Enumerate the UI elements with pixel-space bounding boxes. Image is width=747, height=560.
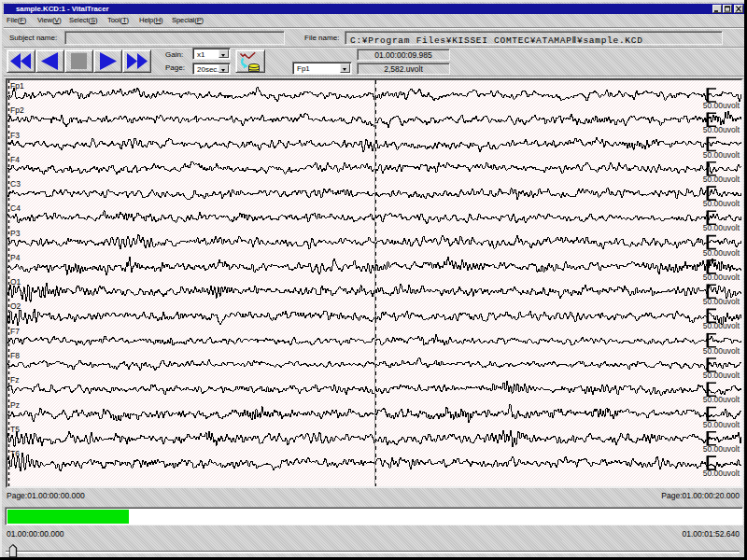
svg-text:50.00uvolt: 50.00uvolt: [703, 346, 740, 356]
svg-text:50.00uvolt: 50.00uvolt: [703, 175, 740, 184]
svg-text:50.00uvolt: 50.00uvolt: [703, 150, 740, 160]
svg-text:50.00uvolt: 50.00uvolt: [703, 273, 740, 282]
svg-text:50.00uvolt: 50.00uvolt: [703, 199, 740, 208]
svg-text:P4: P4: [10, 253, 21, 262]
svg-text:F8: F8: [10, 351, 20, 360]
svg-text:50.00uvolt: 50.00uvolt: [703, 125, 740, 134]
svg-text:50.00uvolt: 50.00uvolt: [703, 297, 740, 306]
svg-text:O2: O2: [10, 301, 21, 311]
svg-text:50.00uvolt: 50.00uvolt: [703, 420, 740, 429]
svg-text:F4: F4: [10, 155, 20, 164]
svg-text:50.00uvolt: 50.00uvolt: [703, 371, 740, 380]
svg-text:C3: C3: [10, 179, 21, 189]
svg-text:50.00uvolt: 50.00uvolt: [703, 444, 740, 454]
svg-text:F3: F3: [10, 131, 20, 140]
svg-text:C4: C4: [10, 203, 21, 213]
svg-text:F7: F7: [10, 327, 20, 336]
svg-text:Pz: Pz: [10, 400, 20, 410]
svg-text:T6: T6: [10, 449, 20, 458]
svg-text:O1: O1: [10, 277, 21, 287]
svg-text:50.00uvolt: 50.00uvolt: [703, 248, 740, 258]
svg-text:50.00uvolt: 50.00uvolt: [703, 223, 740, 232]
svg-text:Fp1: Fp1: [10, 81, 24, 91]
svg-text:Fp2: Fp2: [10, 105, 24, 115]
svg-text:50.00uvolt: 50.00uvolt: [703, 101, 740, 110]
svg-text:50.00uvolt: 50.00uvolt: [703, 321, 740, 330]
svg-text:50.00uvolt: 50.00uvolt: [703, 469, 740, 478]
svg-text:T5: T5: [10, 425, 20, 434]
svg-text:P3: P3: [10, 229, 21, 238]
svg-text:Fz: Fz: [10, 375, 19, 385]
svg-text:50.00uvolt: 50.00uvolt: [703, 395, 740, 404]
